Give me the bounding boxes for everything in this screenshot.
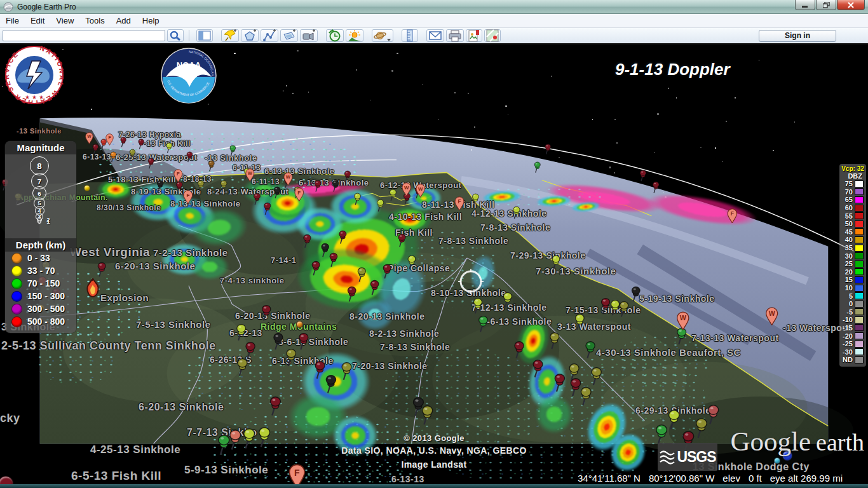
toolbar-planets-button[interactable] — [372, 29, 393, 42]
map-pin[interactable] — [252, 193, 262, 206]
map-pin[interactable] — [470, 193, 480, 207]
map-pin[interactable] — [588, 367, 604, 386]
map-pin[interactable] — [552, 373, 567, 393]
toolbar-sunlight-button[interactable] — [346, 29, 363, 42]
map-pin[interactable] — [330, 180, 341, 193]
explosion-icon[interactable] — [83, 278, 103, 299]
map-balloon-marker[interactable]: W — [401, 182, 412, 196]
map-pin[interactable] — [234, 323, 248, 342]
map-pin[interactable] — [95, 262, 107, 278]
toolbar-historical-imagery-button[interactable] — [326, 29, 344, 42]
map-pin[interactable] — [530, 359, 545, 379]
map-pin[interactable] — [381, 264, 393, 280]
map-pin[interactable] — [313, 180, 323, 193]
sign-in-button[interactable]: Sign in — [759, 30, 836, 42]
map-pin[interactable] — [337, 230, 348, 245]
map-pin[interactable] — [119, 137, 128, 148]
map-pin[interactable] — [259, 304, 273, 322]
map-balloon-marker[interactable]: W — [764, 307, 779, 326]
map-balloon-marker[interactable]: F — [105, 133, 114, 146]
toolbar-google-maps-button[interactable] — [484, 29, 501, 42]
map-pin[interactable] — [617, 301, 630, 318]
toolbar-record-tour-button[interactable] — [300, 29, 318, 42]
map-pin[interactable] — [501, 292, 514, 309]
map-pin[interactable] — [368, 280, 381, 296]
map-pin[interactable] — [272, 186, 282, 200]
toolbar-image-overlay-button[interactable] — [280, 29, 298, 42]
map-pin[interactable] — [573, 313, 587, 331]
map-pin[interactable] — [512, 341, 526, 360]
map-pin[interactable] — [345, 286, 358, 303]
map-pin[interactable] — [255, 426, 273, 449]
toolbar-sidebar-button[interactable] — [196, 29, 213, 42]
toolbar-print-button[interactable] — [446, 29, 464, 42]
map-pin[interactable] — [267, 396, 283, 417]
toolbar-email-button[interactable] — [426, 29, 444, 42]
titlebar[interactable]: Google Earth Pro — [0, 0, 868, 14]
earthquake-dot[interactable] — [84, 185, 90, 191]
toolbar-placemark-button[interactable] — [221, 29, 239, 42]
map-pin[interactable] — [471, 297, 484, 315]
map-pin[interactable] — [243, 341, 257, 360]
map-pin[interactable] — [405, 255, 417, 271]
earthquake-dot[interactable] — [296, 321, 303, 328]
map-balloon-marker[interactable]: W — [283, 172, 294, 186]
map-pin[interactable] — [476, 315, 490, 333]
map-pin[interactable] — [543, 144, 552, 155]
map-pin[interactable] — [419, 405, 435, 426]
map-pin[interactable] — [128, 149, 137, 160]
menu-help[interactable]: Help — [137, 15, 165, 27]
map-balloon-marker[interactable]: W — [245, 168, 255, 182]
map-pin[interactable] — [339, 362, 354, 381]
map-pin[interactable] — [665, 409, 682, 431]
map-pin[interactable] — [207, 160, 216, 172]
map-balloon-marker[interactable]: F — [173, 169, 184, 182]
window-bottom-border[interactable] — [0, 484, 868, 488]
map-balloon-marker[interactable]: W — [85, 132, 94, 144]
map-pin[interactable] — [388, 189, 398, 202]
map-pin[interactable] — [296, 332, 311, 351]
map-balloon-marker[interactable]: F — [287, 464, 307, 484]
map-pin[interactable] — [532, 161, 542, 173]
map-pin[interactable] — [165, 142, 173, 154]
map-pin[interactable] — [638, 170, 648, 182]
map-pin[interactable] — [323, 374, 339, 395]
map-pin[interactable] — [271, 332, 285, 351]
map-pin[interactable] — [396, 233, 407, 248]
map-pin[interactable] — [705, 404, 721, 426]
map-pin[interactable] — [228, 145, 237, 156]
map-balloon-marker[interactable]: W — [675, 311, 691, 330]
search-input[interactable] — [3, 30, 165, 41]
map-balloon-marker[interactable]: F — [726, 208, 738, 224]
map-pin[interactable] — [352, 193, 362, 206]
menu-file[interactable]: File — [0, 15, 25, 27]
map-balloon-marker[interactable]: F — [182, 190, 194, 205]
toolbar-path-button[interactable] — [261, 29, 278, 42]
map-pin[interactable] — [137, 139, 146, 150]
search-button[interactable] — [167, 29, 184, 42]
map-pin[interactable] — [155, 180, 165, 193]
map-pin[interactable] — [550, 255, 562, 271]
map-pin[interactable] — [375, 199, 385, 212]
map-pin[interactable] — [342, 170, 352, 183]
map-balloon-marker[interactable]: F — [294, 187, 305, 201]
map-pin[interactable] — [511, 206, 522, 220]
earthquake-dot[interactable] — [774, 458, 780, 464]
menu-view[interactable]: View — [50, 15, 79, 27]
toolbar-save-image-button[interactable] — [466, 29, 482, 42]
toolbar-polygon-button[interactable] — [241, 29, 259, 42]
map-pin[interactable] — [196, 180, 206, 193]
map-balloon-marker[interactable]: F — [454, 196, 465, 211]
map-pin[interactable] — [109, 151, 118, 163]
map-pin[interactable] — [309, 261, 322, 276]
map-pin[interactable] — [355, 267, 368, 283]
map-pin[interactable] — [185, 151, 194, 163]
map-pin[interactable] — [651, 181, 661, 194]
map-pin[interactable] — [583, 341, 597, 360]
map-pin[interactable] — [234, 358, 250, 377]
map-pin[interactable] — [578, 386, 593, 407]
map-pin[interactable] — [327, 252, 339, 268]
map-pin[interactable] — [219, 180, 229, 193]
menu-tools[interactable]: Tools — [79, 15, 110, 27]
toolbar-ruler-button[interactable] — [402, 29, 418, 42]
